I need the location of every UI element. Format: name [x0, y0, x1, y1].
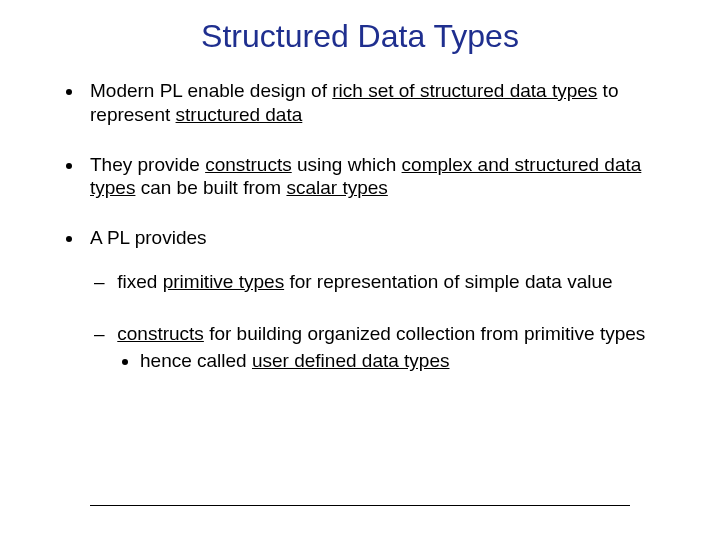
underline: user defined data types	[252, 350, 450, 371]
bullet-2: They provide constructs using which comp…	[84, 153, 660, 201]
underline: primitive types	[163, 271, 284, 292]
text: can be built from	[135, 177, 286, 198]
bullet-3: A PL provides fixed primitive types for …	[84, 226, 660, 373]
text: for building organized collection from p…	[204, 323, 645, 344]
text: hence called	[140, 350, 252, 371]
underline: constructs	[205, 154, 292, 175]
sub-sub-bullet-1: hence called user defined data types	[140, 349, 660, 373]
underline: structured data	[176, 104, 303, 125]
text: using which	[292, 154, 402, 175]
sub-sub-list: hence called user defined data types	[112, 349, 660, 373]
sub-list: fixed primitive types for representation…	[90, 270, 660, 373]
slide: Structured Data Types Modern PL enable d…	[0, 0, 720, 540]
text: for representation of simple data value	[284, 271, 612, 292]
text: Modern PL enable design of	[90, 80, 332, 101]
text: fixed	[117, 271, 162, 292]
underline: rich set of structured data types	[332, 80, 597, 101]
slide-title: Structured Data Types	[60, 18, 660, 55]
text: A PL provides	[90, 227, 207, 248]
underline: scalar types	[286, 177, 387, 198]
footer-divider	[90, 505, 630, 506]
underline: constructs	[117, 323, 204, 344]
bullet-1: Modern PL enable design of rich set of s…	[84, 79, 660, 127]
sub-bullet-2: constructs for building organized collec…	[112, 322, 660, 374]
sub-bullet-1: fixed primitive types for representation…	[112, 270, 660, 294]
text: They provide	[90, 154, 205, 175]
bullet-list: Modern PL enable design of rich set of s…	[60, 79, 660, 373]
